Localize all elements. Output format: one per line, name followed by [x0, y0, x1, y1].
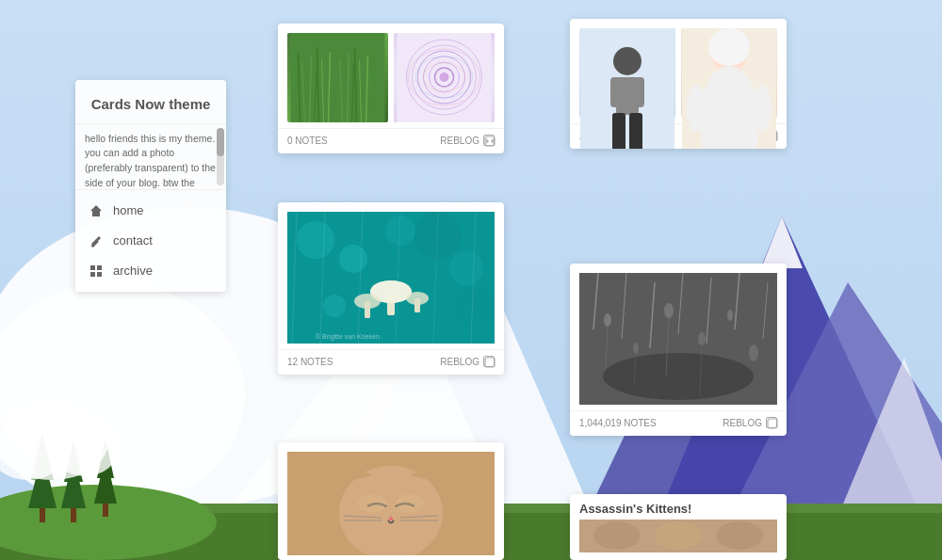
svg-rect-66	[629, 113, 642, 149]
svg-point-137	[716, 521, 763, 550]
svg-rect-68	[635, 77, 644, 107]
card-kitten	[278, 442, 504, 560]
svg-point-115	[727, 310, 733, 321]
sidebar-item-archive[interactable]: archive	[75, 256, 226, 286]
grid-icon	[89, 264, 104, 279]
svg-point-136	[655, 521, 702, 550]
kitten-image	[287, 452, 495, 555]
svg-point-84	[323, 295, 346, 317]
svg-rect-122	[768, 419, 777, 428]
svg-point-82	[414, 212, 462, 259]
sidebar: Cards Now theme hello friends this is my…	[75, 80, 226, 292]
notes-count: 0 NOTES	[287, 136, 328, 146]
svg-rect-97	[365, 301, 370, 318]
reblog-button[interactable]: REBLOG	[440, 135, 495, 146]
svg-rect-28	[90, 265, 95, 270]
contact-label: contact	[113, 233, 153, 248]
svg-rect-99	[414, 298, 420, 312]
svg-point-135	[593, 521, 641, 550]
card-image-wrapper: © Brigitte van Krieken	[278, 202, 504, 349]
card-footer: 12 NOTES REBLOG	[278, 349, 504, 375]
card-children: 2,603 NOTES REBLOG	[570, 19, 787, 149]
reblog-icon	[483, 356, 495, 367]
pencil-icon	[89, 233, 104, 248]
svg-point-74	[687, 85, 706, 132]
girl-image	[681, 28, 777, 118]
card-footer: 0 NOTES REBLOG	[278, 128, 504, 153]
home-label: home	[113, 203, 144, 217]
svg-rect-18	[71, 508, 76, 522]
svg-rect-30	[90, 272, 95, 277]
svg-point-133	[396, 494, 424, 513]
svg-point-83	[449, 251, 483, 285]
svg-point-71	[708, 28, 750, 66]
svg-point-111	[604, 313, 611, 327]
reblog-icon	[766, 417, 777, 428]
sidebar-description-box: hello friends this is my theme. you can …	[75, 124, 226, 190]
svg-rect-61	[485, 136, 495, 146]
sidebar-item-home[interactable]: home	[75, 196, 226, 226]
svg-point-112	[633, 343, 639, 354]
card-assassin: Assassin's Kittens!	[570, 494, 787, 560]
svg-point-75	[753, 85, 771, 132]
notes-count: 1,044,019 NOTES	[579, 418, 657, 428]
card-image-wrapper	[278, 442, 504, 555]
notes-count: 12 NOTES	[287, 357, 333, 367]
svg-rect-31	[97, 272, 102, 277]
svg-rect-21	[103, 504, 108, 517]
card-images	[570, 19, 787, 123]
svg-point-116	[749, 344, 758, 361]
svg-marker-8	[761, 216, 803, 268]
grass-image	[287, 33, 388, 122]
sidebar-nav: home contact archive	[75, 190, 226, 292]
reblog-icon	[483, 135, 495, 146]
sidebar-item-contact[interactable]: contact	[75, 226, 226, 256]
svg-point-63	[613, 47, 642, 75]
sidebar-description-text: hello friends this is my theme. you can …	[75, 124, 226, 190]
svg-point-24	[52, 424, 118, 476]
reblog-button[interactable]: REBLOG	[723, 417, 777, 428]
spiral-image	[394, 33, 495, 122]
svg-marker-25	[90, 205, 102, 216]
svg-point-57	[440, 72, 449, 82]
archive-label: archive	[113, 264, 153, 278]
card-images	[278, 24, 504, 128]
scrollbar-thumb[interactable]	[217, 128, 224, 156]
rain-image	[579, 273, 777, 405]
svg-point-86	[385, 216, 415, 246]
card-title: Assassin's Kittens!	[570, 494, 787, 520]
card-image-wrapper	[570, 520, 787, 560]
svg-rect-73	[701, 85, 757, 149]
sidebar-title: Cards Now theme	[75, 80, 226, 124]
svg-point-81	[339, 245, 367, 273]
svg-point-113	[664, 303, 674, 318]
svg-text:© Brigitte van Krieken: © Brigitte van Krieken	[316, 333, 380, 341]
svg-rect-65	[612, 113, 625, 149]
svg-rect-15	[40, 508, 45, 522]
mushroom-image: © Brigitte van Krieken	[287, 212, 495, 344]
home-icon	[89, 203, 104, 218]
svg-rect-101	[485, 358, 495, 367]
boy-image	[579, 28, 675, 118]
svg-point-85	[455, 285, 495, 327]
svg-point-117	[603, 353, 754, 400]
svg-point-80	[297, 221, 334, 259]
card-mushroom: © Brigitte van Krieken 12 NOTES REBLOG	[278, 202, 504, 375]
card-rain: 1,044,019 NOTES REBLOG	[570, 264, 787, 436]
card-footer: 1,044,019 NOTES REBLOG	[570, 410, 787, 436]
card-image-wrapper	[570, 264, 787, 410]
svg-rect-29	[97, 265, 102, 270]
svg-rect-67	[610, 77, 620, 107]
scrollbar[interactable]	[217, 128, 224, 185]
card-grass-spiral: 0 NOTES REBLOG	[278, 24, 504, 153]
assassin-image	[579, 520, 777, 552]
svg-point-132	[358, 494, 386, 513]
svg-point-114	[698, 332, 706, 345]
reblog-button[interactable]: REBLOG	[440, 356, 495, 367]
